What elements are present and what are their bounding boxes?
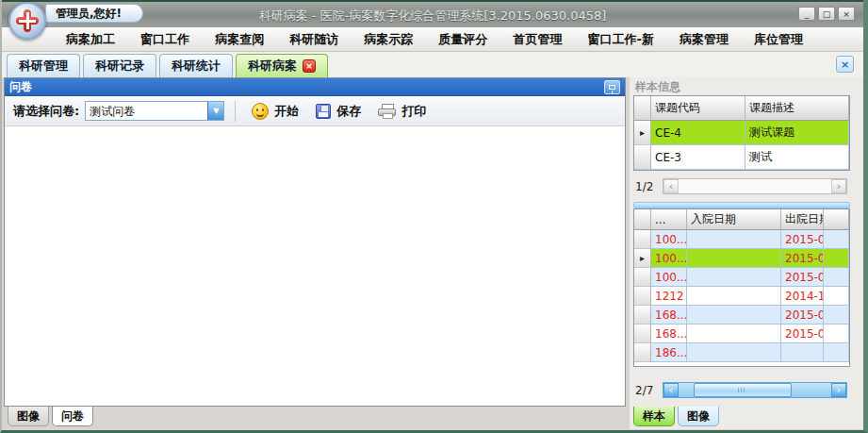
topic-desc-header[interactable]: 课题描述 — [745, 96, 849, 121]
row-selector-header — [634, 96, 651, 121]
main-tab[interactable]: 科研管理 × — [7, 54, 80, 77]
record-row[interactable]: ▸ 186... — [634, 343, 849, 362]
title-bar: 科研病案 - 医院-病案数字化综合管理系统[3.2015.0630.0458] … — [2, 0, 863, 27]
pin-button[interactable] — [604, 80, 620, 94]
current-row-indicator-icon: ▸ — [640, 128, 645, 138]
chevron-down-icon[interactable]: ▼ — [207, 102, 223, 120]
topic-scrollbar[interactable]: ‹ › — [663, 178, 847, 194]
current-row-indicator-icon: ▸ — [640, 254, 645, 263]
row-selector-cell: ▸ — [634, 121, 651, 145]
discharge-date-cell: 2015-0 — [781, 268, 824, 287]
admit-date-cell — [687, 306, 781, 325]
menu-item[interactable]: 科研随访 — [284, 29, 344, 50]
record-row[interactable]: ▸ 1212 2014-1 — [634, 287, 849, 306]
menu-item[interactable]: 质量评分 — [433, 29, 493, 50]
topic-scrollbar-track[interactable] — [679, 179, 831, 193]
greeting-badge: 管理员,您好! — [45, 4, 143, 23]
minimize-button[interactable]: _ — [798, 7, 815, 21]
scrollbar-thumb[interactable] — [694, 383, 792, 397]
topic-row[interactable]: ▸ CE-3 测试 — [634, 145, 849, 170]
record-id-cell: 100... — [651, 249, 687, 268]
save-button[interactable]: 保存 — [310, 101, 367, 122]
app-window: 科研病案 - 医院-病案数字化综合管理系统[3.2015.0630.0458] … — [0, 0, 868, 433]
scroll-left-icon[interactable]: ‹ — [663, 179, 679, 193]
right-bottom-tab[interactable]: 样本 — [633, 407, 675, 426]
row-selector-header — [634, 209, 651, 230]
main-tab[interactable]: 科研统计 × — [159, 54, 233, 77]
questionnaire-panel: 问卷 请选择问卷: 测试问卷 ▼ 开始 保 — [4, 77, 626, 429]
panel-close-icon: × — [841, 58, 849, 71]
record-extra-cell — [824, 287, 849, 306]
menu-item[interactable]: 窗口工作 — [135, 29, 195, 50]
record-pager: 2/7 ‹ › — [635, 382, 860, 398]
discharge-date-cell: 2014-1 — [781, 287, 824, 306]
topic-code-header[interactable]: 课题代码 — [651, 96, 745, 121]
right-bottom-tab[interactable]: 图像 — [678, 407, 719, 426]
scroll-left-icon[interactable]: ‹ — [663, 383, 679, 397]
record-row[interactable]: ▸ 100... 2015-0 — [634, 230, 849, 249]
record-row[interactable]: ▸ 100... 2015-0 — [634, 249, 849, 268]
discharge-date-cell: 2015-0 — [781, 325, 824, 343]
admit-date-cell — [687, 249, 781, 268]
record-scrollbar-track[interactable] — [679, 383, 831, 397]
topic-desc-cell: 测试课题 — [745, 121, 849, 145]
main-tab-label: 科研记录 — [95, 58, 144, 75]
scroll-right-icon[interactable]: › — [831, 179, 846, 193]
print-button-label: 打印 — [401, 103, 426, 120]
menu-item[interactable]: 库位管理 — [748, 29, 809, 50]
main-tab[interactable]: 科研病案 × — [236, 54, 328, 77]
menu-bar: 病案加工窗口工作病案查阅科研随访病案示踪质量评分首页管理窗口工作-新病案管理库位… — [2, 27, 863, 52]
left-bottom-tab[interactable]: 问卷 — [52, 407, 93, 426]
record-row[interactable]: ▸ 168... 2015-0 — [634, 325, 849, 343]
topic-table-header: 课题代码 课题描述 — [634, 96, 849, 121]
record-extra-cell — [824, 325, 849, 343]
main-content: 问卷 请选择问卷: 测试问卷 ▼ 开始 保 — [2, 77, 863, 430]
menu-item[interactable]: 窗口工作-新 — [581, 29, 659, 50]
menu-item[interactable]: 病案管理 — [674, 29, 734, 50]
record-extra-cell — [824, 249, 849, 268]
menu-item[interactable]: 病案加工 — [60, 29, 121, 50]
row-selector-cell: ▸ — [634, 145, 651, 170]
start-button[interactable]: 开始 — [246, 101, 304, 122]
pin-icon — [609, 85, 615, 90]
tab-close-icon[interactable]: × — [303, 59, 316, 73]
topic-pager-text: 1/2 — [635, 180, 656, 193]
discharge-date-cell: 2015-0 — [781, 249, 824, 268]
right-bottom-tabs: 样本 图像 — [633, 407, 860, 429]
menu-item[interactable]: 病案示踪 — [358, 29, 418, 50]
admit-date-cell — [687, 268, 781, 287]
record-id-header[interactable]: ... — [651, 209, 687, 230]
discharge-date-header[interactable]: 出院日期 — [781, 209, 824, 230]
left-bottom-tabs: 图像 问卷 — [4, 407, 626, 429]
toolbar-separator — [235, 101, 236, 122]
horizontal-splitter[interactable] — [633, 202, 850, 208]
topic-table-body: ▸ CE-4 测试课题 ▸ CE-3 测试 — [634, 121, 849, 170]
admit-date-cell — [687, 230, 781, 249]
main-tab[interactable]: 科研记录 × — [83, 54, 156, 77]
admit-date-cell — [687, 343, 781, 362]
scroll-right-icon[interactable]: › — [831, 383, 846, 397]
record-extra-header — [824, 209, 849, 230]
menu-item[interactable]: 病案查阅 — [209, 29, 270, 50]
left-bottom-tab[interactable]: 图像 — [8, 407, 49, 426]
record-row[interactable]: ▸ 100... 2015-0 — [634, 268, 849, 287]
save-icon — [316, 104, 331, 119]
menu-item[interactable]: 首页管理 — [507, 29, 567, 50]
topic-code-cell: CE-4 — [651, 121, 745, 145]
print-button[interactable]: 打印 — [372, 101, 432, 122]
minimize-icon: _ — [805, 9, 810, 19]
topic-code-cell: CE-3 — [651, 145, 745, 170]
questionnaire-select[interactable]: 测试问卷 ▼ — [85, 101, 224, 121]
questionnaire-frame: 问卷 请选择问卷: 测试问卷 ▼ 开始 保 — [4, 77, 626, 407]
admit-date-header[interactable]: 入院日期 — [687, 209, 781, 230]
close-button[interactable]: × — [838, 7, 855, 21]
record-row[interactable]: ▸ 168... 2015-0 — [634, 306, 849, 325]
record-scrollbar[interactable]: ‹ › — [663, 382, 847, 398]
topic-row[interactable]: ▸ CE-4 测试课题 — [634, 121, 849, 145]
record-id-cell: 186... — [651, 343, 687, 362]
row-selector-cell: ▸ — [634, 230, 651, 249]
questionnaire-toolbar: 请选择问卷: 测试问卷 ▼ 开始 保存 — [5, 96, 625, 126]
maximize-button[interactable]: □ — [818, 7, 835, 21]
panel-close-button[interactable]: × — [836, 56, 854, 73]
main-tabs: 科研管理 × 科研记录 × 科研统计 × 科研病案 × — [7, 54, 328, 77]
